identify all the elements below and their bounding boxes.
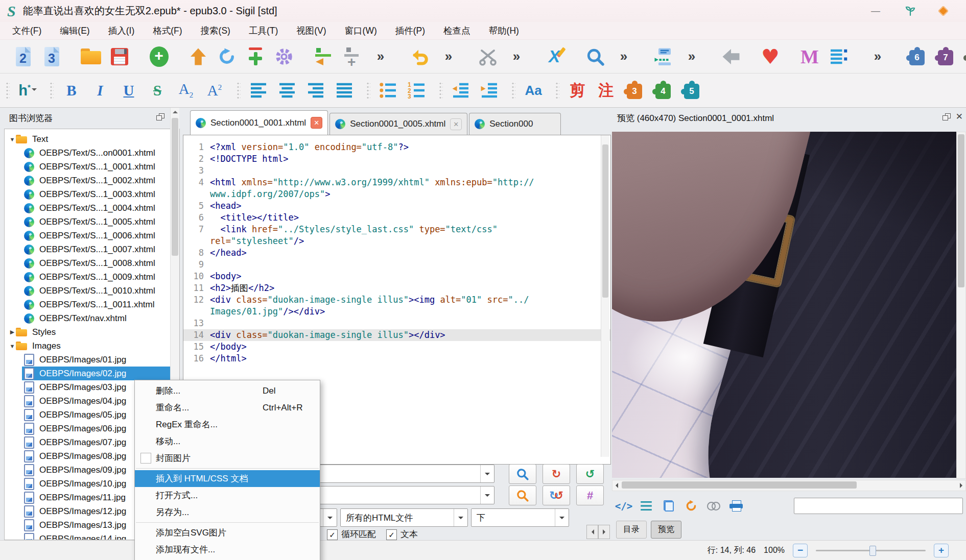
- plugin-4-button[interactable]: 4: [649, 77, 677, 104]
- minimize-button[interactable]: —: [867, 3, 884, 18]
- count-all-button[interactable]: #: [576, 485, 604, 505]
- menu-编辑(E)[interactable]: 编辑(E): [60, 25, 89, 37]
- change-case-button[interactable]: Aa: [519, 77, 548, 104]
- scroll-left-icon[interactable]: [612, 480, 621, 491]
- plugin-7-button[interactable]: 7: [931, 43, 960, 70]
- zoom-slider-handle[interactable]: [869, 546, 876, 556]
- open-file-button[interactable]: [77, 43, 105, 70]
- file-OEBPS/Text/S...1_0002.xhtml[interactable]: OEBPS/Text/S...1_0002.xhtml: [5, 174, 179, 187]
- replace-all-button[interactable]: ↻↺: [543, 485, 570, 505]
- context-menu-item-移动...[interactable]: 移动...: [135, 433, 320, 450]
- epub2-version-button[interactable]: 2: [9, 43, 37, 70]
- scroll-right-icon[interactable]: [957, 480, 965, 491]
- context-menu-item-添加空白SVG图片[interactable]: 添加空白SVG图片: [135, 524, 320, 541]
- file-OEBPS/Text/S...on0001.xhtml[interactable]: OEBPS/Text/S...on0001.xhtml: [5, 146, 179, 160]
- context-menu-item-打开方式...[interactable]: 打开方式...: [135, 487, 320, 504]
- replace-button[interactable]: ↻: [543, 464, 570, 484]
- find-next-button[interactable]: [509, 464, 536, 484]
- superscript-button[interactable]: A2: [200, 77, 229, 104]
- toolbar-drag-handle[interactable]: [236, 81, 241, 100]
- folder-Text[interactable]: ▼Text: [5, 132, 179, 146]
- diamond-tray-icon[interactable]: [934, 3, 952, 18]
- cut-button[interactable]: [474, 43, 502, 70]
- context-menu-item-另存为...[interactable]: 另存为...: [135, 504, 320, 521]
- context-menu-item-插入到 HTML/CSS 文档[interactable]: 插入到 HTML/CSS 文档: [135, 470, 320, 487]
- toolbar-drag-handle[interactable]: [555, 81, 559, 100]
- search-replace-button[interactable]: [509, 485, 536, 505]
- toolbar-drag-handle[interactable]: [511, 81, 515, 100]
- menu-工具(T)[interactable]: 工具(T): [249, 25, 278, 37]
- context-menu-item-RegEx 重命名...[interactable]: RegEx 重命名...: [135, 416, 320, 433]
- split-view-button[interactable]: [649, 43, 677, 70]
- menu-搜索(S)[interactable]: 搜索(S): [201, 25, 230, 37]
- folder-Images[interactable]: ▼Images: [5, 339, 179, 353]
- plugin-zhu-button[interactable]: 注: [592, 77, 620, 104]
- link-button[interactable]: [705, 497, 722, 515]
- donate-button[interactable]: ♥: [756, 43, 785, 70]
- toc-tab[interactable]: 目录: [616, 521, 647, 539]
- align-left-button[interactable]: [244, 77, 273, 104]
- file-filter-dropdown[interactable]: 所有的HTML文件: [340, 508, 468, 527]
- add-new-file-button[interactable]: +: [145, 43, 173, 70]
- zoom-out-button[interactable]: −: [793, 544, 808, 557]
- upload-button[interactable]: [184, 43, 213, 70]
- file-OEBPS/Text/S...1_0008.xhtml[interactable]: OEBPS/Text/S...1_0008.xhtml: [5, 256, 179, 270]
- replace-dropdown-icon[interactable]: [480, 486, 494, 504]
- toolbar-overflow[interactable]: »: [677, 43, 706, 70]
- bold-button[interactable]: B: [57, 77, 86, 104]
- wrap-checkbox[interactable]: ✓: [327, 529, 338, 540]
- plant-tray-icon[interactable]: [902, 3, 919, 18]
- float-dock-icon[interactable]: [943, 113, 951, 120]
- tree-expander-icon[interactable]: ▼: [9, 136, 16, 142]
- refresh-button[interactable]: [213, 43, 241, 70]
- align-center-button[interactable]: [273, 77, 301, 104]
- file-OEBPS/Images/01.jpg[interactable]: OEBPS/Images/01.jpg: [5, 353, 179, 367]
- plugin-jian-button[interactable]: 剪: [563, 77, 592, 104]
- tree-expander-icon[interactable]: ▼: [9, 343, 16, 349]
- toolbar-overflow[interactable]: »: [863, 43, 892, 70]
- mode-dropdown-icon[interactable]: [323, 509, 337, 526]
- cover-image-checkbox[interactable]: [140, 453, 151, 464]
- context-menu-item-重命名...[interactable]: 重命名...Ctrl+Alt+R: [135, 399, 320, 416]
- zoom-in-button[interactable]: +: [934, 544, 949, 557]
- bookmarks-button[interactable]: [638, 497, 655, 515]
- file-OEBPS/Text/S...1_0010.xhtml[interactable]: OEBPS/Text/S...1_0010.xhtml: [5, 284, 179, 298]
- preview-horizontal-scrollbar[interactable]: [612, 480, 966, 491]
- preview-tab[interactable]: 预览: [651, 521, 681, 539]
- add-checkpoint-button[interactable]: [241, 43, 270, 70]
- float-dock-icon[interactable]: [156, 113, 164, 120]
- tab-close-icon[interactable]: ✕: [450, 118, 462, 130]
- numbered-list-button[interactable]: 123: [403, 77, 431, 104]
- menu-插件(P)[interactable]: 插件(P): [395, 25, 425, 37]
- tab-Section0001_0001.xhtml[interactable]: Section0001_0001.xhtml✕: [190, 110, 328, 135]
- toolbar-drag-handle[interactable]: [49, 81, 54, 100]
- toolbar-drag-handle[interactable]: [366, 81, 370, 100]
- menu-帮助(H)[interactable]: 帮助(H): [489, 25, 519, 37]
- reload-preview-button[interactable]: [682, 497, 700, 515]
- code-scrollbar[interactable]: [601, 135, 609, 457]
- tree-scrollbar-thumb[interactable]: [172, 118, 178, 256]
- italic-button[interactable]: I: [86, 77, 114, 104]
- strikethrough-button[interactable]: S: [143, 77, 172, 104]
- file-OEBPS/Text/S...1_0009.xhtml[interactable]: OEBPS/Text/S...1_0009.xhtml: [5, 270, 179, 284]
- toolbar-overflow[interactable]: »: [366, 43, 395, 70]
- scroll-up-icon[interactable]: [171, 108, 179, 116]
- tab-close-icon[interactable]: ✕: [311, 117, 322, 129]
- toolbar-overflow[interactable]: »: [502, 43, 531, 70]
- find-dropdown-icon[interactable]: [480, 465, 494, 482]
- menu-视图(V)[interactable]: 视图(V): [296, 25, 326, 37]
- xray-tool-button[interactable]: X: [541, 43, 570, 70]
- plugin-6-button[interactable]: 6: [903, 43, 931, 70]
- context-menu-item-封面图片[interactable]: 封面图片: [135, 450, 320, 467]
- file-OEBPS/Text/S...1_0006.xhtml[interactable]: OEBPS/Text/S...1_0006.xhtml: [5, 229, 179, 242]
- toolbar-drag-handle[interactable]: [5, 81, 10, 100]
- bullet-list-button[interactable]: [374, 77, 403, 104]
- tree-expander-icon[interactable]: ▶: [9, 329, 16, 335]
- tab-Section000[interactable]: Section000: [469, 113, 561, 135]
- diff-checkpoint-button[interactable]: +: [338, 43, 366, 70]
- menu-文件(F)[interactable]: 文件(F): [12, 25, 41, 37]
- toolbar-overflow[interactable]: »: [434, 43, 463, 70]
- code-scrollbar-thumb[interactable]: [602, 144, 608, 298]
- plugin-3-button[interactable]: 3: [620, 77, 649, 104]
- menu-检查点[interactable]: 检查点: [443, 25, 470, 37]
